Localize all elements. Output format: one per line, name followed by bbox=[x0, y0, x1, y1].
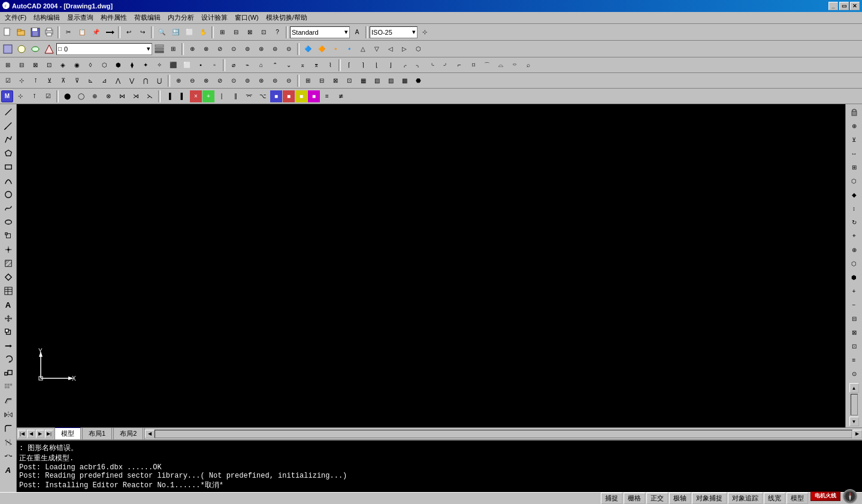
t3-3[interactable]: ⊠ bbox=[29, 59, 42, 72]
t3-5[interactable]: ◈ bbox=[56, 59, 69, 72]
snap5-btn[interactable]: ⊚ bbox=[241, 42, 254, 56]
cut-button[interactable]: ✂ bbox=[62, 26, 75, 39]
modify-rotate[interactable] bbox=[2, 353, 15, 366]
layer-extra[interactable]: ⊞ bbox=[167, 42, 180, 56]
tb2-3[interactable] bbox=[29, 42, 42, 56]
t5-5[interactable]: ⬤ bbox=[61, 90, 74, 103]
osnap-btn-status[interactable]: 对象捕捉 bbox=[692, 493, 727, 504]
t3-33[interactable]: ⌐ bbox=[453, 59, 466, 72]
rp-lock[interactable] bbox=[848, 105, 861, 119]
t4-16[interactable]: ⊘ bbox=[213, 74, 226, 87]
rp-named-views[interactable]: ⊠ bbox=[848, 326, 861, 339]
model-btn-status[interactable]: 模型 bbox=[787, 493, 808, 504]
t4-29[interactable]: ▩ bbox=[398, 74, 411, 87]
t4-19[interactable]: ⊛ bbox=[255, 74, 268, 87]
draw-arc[interactable] bbox=[2, 174, 15, 187]
h-scroll-left-btn[interactable]: ◀ bbox=[145, 430, 155, 438]
t3-4[interactable]: ⊡ bbox=[43, 59, 56, 72]
t4-9[interactable]: ⋀ bbox=[111, 74, 125, 87]
t5-21[interactable]: ■ bbox=[283, 90, 295, 102]
tb2-h[interactable]: ▷ bbox=[398, 42, 411, 56]
matchprop-button[interactable] bbox=[103, 26, 116, 39]
t3-31[interactable]: ⌎ bbox=[425, 59, 438, 72]
t3-29[interactable]: ⌌ bbox=[398, 59, 411, 72]
t5-8[interactable]: ⊗ bbox=[102, 90, 115, 103]
lwt-btn-status[interactable]: 线宽 bbox=[764, 493, 785, 504]
rp-zoom1[interactable]: ⊞ bbox=[848, 160, 861, 174]
t3-35[interactable]: ⌒ bbox=[480, 59, 494, 72]
tab-layout2[interactable]: 布局2 bbox=[113, 427, 143, 439]
tb2-4[interactable] bbox=[43, 42, 56, 56]
t3-12[interactable]: ✧ bbox=[153, 59, 166, 72]
t3-17[interactable]: ⌀ bbox=[227, 59, 240, 72]
t5-6[interactable]: ◯ bbox=[74, 90, 87, 103]
t4-18[interactable]: ⊚ bbox=[241, 74, 254, 87]
draw-hatch[interactable] bbox=[2, 257, 15, 270]
draw-spline[interactable] bbox=[2, 202, 15, 215]
t4-24[interactable]: ⊠ bbox=[329, 74, 342, 87]
menu-design[interactable]: 设计验算 bbox=[198, 13, 231, 23]
t5-18[interactable]: ⌤ bbox=[243, 90, 256, 103]
menu-component[interactable]: 构件属性 bbox=[97, 13, 131, 23]
t4-30[interactable]: ⬣ bbox=[412, 74, 425, 87]
h-scroll-thumb[interactable] bbox=[155, 430, 852, 438]
t3-20[interactable]: ⌃ bbox=[268, 59, 282, 72]
menu-module[interactable]: 模块切换/帮助 bbox=[262, 13, 311, 23]
t3-23[interactable]: ⌆ bbox=[310, 59, 323, 72]
t3-30[interactable]: ⌍ bbox=[412, 59, 425, 72]
t3-16[interactable]: ▫ bbox=[208, 59, 221, 72]
new-button[interactable] bbox=[1, 26, 14, 39]
layer-dropdown[interactable]: □ 0 ▾ bbox=[56, 43, 152, 55]
menu-file[interactable]: 文件(F) bbox=[1, 13, 30, 23]
t4-6[interactable]: ⊽ bbox=[70, 74, 83, 87]
t4-23[interactable]: ⊟ bbox=[315, 74, 328, 87]
undo-button[interactable]: ↩ bbox=[122, 26, 135, 39]
pan[interactable]: ✋ bbox=[196, 26, 210, 39]
modify-break[interactable] bbox=[2, 450, 15, 463]
draw-rectangle[interactable] bbox=[2, 160, 15, 174]
rp-snap[interactable]: ⊕ bbox=[848, 119, 861, 132]
t3-10[interactable]: ⧫ bbox=[125, 59, 138, 72]
draw-polygon[interactable] bbox=[2, 147, 15, 160]
t3-34[interactable]: ⌑ bbox=[467, 59, 480, 72]
modify-mirror[interactable] bbox=[2, 408, 15, 421]
t3-13[interactable]: ⬛ bbox=[167, 59, 180, 72]
scroll-up-btn[interactable]: ▲ bbox=[849, 383, 859, 393]
dim-style-dropdown[interactable]: ISO-25 ▾ bbox=[370, 26, 418, 38]
t3-24[interactable]: ⌇ bbox=[323, 59, 337, 72]
tab-last-btn[interactable]: ▶| bbox=[45, 430, 53, 438]
modify-stretch[interactable] bbox=[2, 339, 15, 353]
t3-8[interactable]: ⬡ bbox=[98, 59, 111, 72]
t5-7[interactable]: ⊕ bbox=[88, 90, 101, 103]
t5-15[interactable]: + bbox=[202, 90, 214, 102]
rp-move3d[interactable]: ↕ bbox=[848, 202, 861, 215]
modify-fillet[interactable] bbox=[2, 422, 15, 435]
t4-11[interactable]: ⋂ bbox=[139, 74, 152, 87]
t3-37[interactable]: ⌔ bbox=[508, 59, 521, 72]
scroll-down-btn[interactable]: ▼ bbox=[849, 417, 859, 426]
rp-walk[interactable]: ⊕ bbox=[848, 243, 861, 256]
t3-25[interactable]: ⌈ bbox=[343, 59, 356, 72]
snap8-btn[interactable]: ⊝ bbox=[282, 42, 295, 56]
menu-window[interactable]: 窗口(W) bbox=[231, 13, 262, 23]
t5-19[interactable]: ⌥ bbox=[256, 90, 270, 103]
t4-20[interactable]: ⊜ bbox=[268, 74, 282, 87]
zoom-prev[interactable]: 🔙 bbox=[169, 26, 182, 39]
t4-4[interactable]: ⊻ bbox=[43, 74, 56, 87]
paste-button[interactable]: 📌 bbox=[89, 26, 102, 39]
t3-19[interactable]: ⌂ bbox=[255, 59, 268, 72]
save-button[interactable] bbox=[29, 26, 42, 39]
draw-xline[interactable] bbox=[2, 119, 15, 132]
restore-button[interactable]: ▭ bbox=[839, 2, 849, 10]
rp-surface[interactable]: ⬡ bbox=[848, 257, 861, 270]
t5-11[interactable]: ⋋ bbox=[143, 90, 156, 103]
tab-first-btn[interactable]: |◀ bbox=[18, 430, 26, 438]
snap4-btn[interactable]: ⊙ bbox=[227, 42, 240, 56]
t5-4[interactable]: ☑ bbox=[41, 90, 55, 103]
open-button[interactable] bbox=[15, 26, 28, 39]
modify-offset[interactable] bbox=[2, 394, 15, 408]
t5-20[interactable]: ■ bbox=[270, 90, 282, 102]
modify-copy[interactable] bbox=[2, 326, 15, 339]
tb2-e[interactable]: △ bbox=[356, 42, 370, 56]
rp-plus[interactable]: + bbox=[848, 284, 861, 297]
